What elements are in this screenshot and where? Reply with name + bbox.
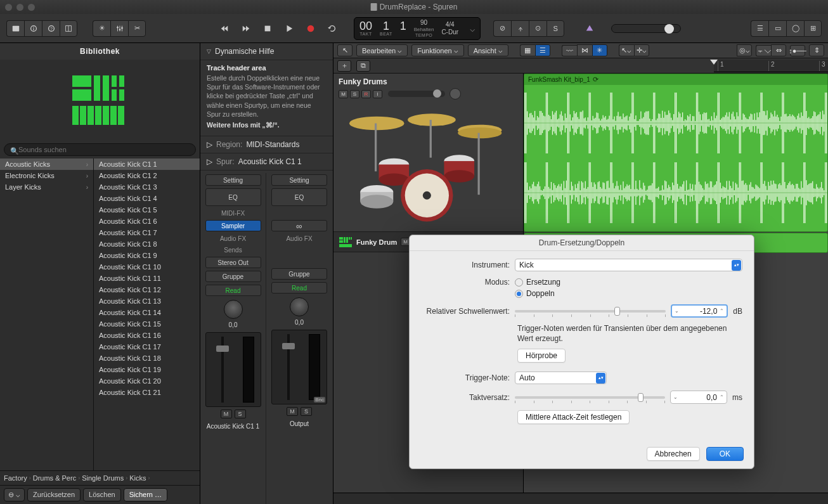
flex-button[interactable]: ⋈ <box>577 44 592 56</box>
cycle-button[interactable] <box>323 20 341 37</box>
browser-button[interactable]: ⊞ <box>804 20 822 37</box>
library-item[interactable]: Acoustic Kick C1 8 <box>94 238 200 250</box>
close-window-button[interactable] <box>5 4 12 11</box>
library-item[interactable]: Acoustic Kick C1 13 <box>94 295 200 307</box>
library-item[interactable]: Acoustic Kick C1 2 <box>94 170 200 181</box>
stop-button[interactable] <box>259 20 276 37</box>
notes-button[interactable]: ▭ <box>768 20 786 37</box>
library-toggle-button[interactable] <box>6 20 24 37</box>
lcd-key[interactable]: C-Dur <box>441 29 458 36</box>
stereo-link-slot[interactable] <box>271 220 327 231</box>
zoom-bar[interactable] <box>333 493 828 504</box>
record-button[interactable] <box>302 20 320 37</box>
library-item[interactable]: Acoustic Kick C1 6 <box>94 216 200 227</box>
automation-mode[interactable]: Read <box>205 285 261 296</box>
fader[interactable]: Bnc <box>271 330 327 404</box>
minimize-window-button[interactable] <box>16 4 23 11</box>
region-disclosure[interactable]: ▷Region:MIDI-Standards <box>200 136 333 153</box>
output-slot[interactable]: Stereo Out <box>205 257 261 268</box>
library-item[interactable]: Acoustic Kick C1 15 <box>94 318 200 330</box>
lcd-display[interactable]: 00Takt 1Beat 1 90BehaltenTempo 4/4C-Dur … <box>354 17 481 40</box>
audio-region-1[interactable]: FunkSmash Kit_bip_1⟳ <box>524 74 828 232</box>
lcd-tempo[interactable]: 90 <box>420 19 427 26</box>
library-reset-button[interactable]: Zurücksetzen <box>27 488 81 501</box>
solo-button[interactable]: S <box>301 407 312 416</box>
eq-slot[interactable]: EQ <box>271 188 327 206</box>
lcd-beat[interactable]: 1 <box>383 20 389 32</box>
drag-mode[interactable]: ⫟⌵ <box>756 45 771 56</box>
mode-double-radio[interactable]: Doppeln <box>515 289 560 298</box>
play-button[interactable] <box>280 20 298 37</box>
track-name[interactable]: Funky Drums <box>339 77 518 86</box>
rewind-button[interactable] <box>216 20 233 37</box>
zoom-window-button[interactable] <box>28 4 35 11</box>
dynamic-help-header[interactable]: ▽Dynamische Hilfe <box>207 47 327 56</box>
input-monitor-button[interactable]: I <box>373 90 382 98</box>
forward-button[interactable] <box>237 20 255 37</box>
library-search-input[interactable] <box>4 143 196 156</box>
master-volume-slider[interactable] <box>611 24 681 33</box>
library-item[interactable]: Acoustic Kick C1 10 <box>94 261 200 273</box>
track-volume-slider[interactable] <box>388 91 445 97</box>
add-track-button[interactable]: ＋ <box>337 60 351 72</box>
library-category-list[interactable]: Acoustic Kicks›Electronic Kicks›Layer Ki… <box>0 158 94 470</box>
timeline-ruler[interactable]: 123456 <box>714 60 828 72</box>
breadcrumb-item[interactable]: Single Drums <box>82 474 124 482</box>
library-item[interactable]: Acoustic Kick C1 4 <box>94 193 200 204</box>
ok-button[interactable]: OK <box>706 447 744 461</box>
cancel-button[interactable]: Abbrechen <box>647 447 700 461</box>
lcd-division[interactable]: 1 <box>400 20 406 32</box>
fader[interactable] <box>205 332 261 407</box>
lcd-signature[interactable]: 4/4 <box>446 21 455 28</box>
library-item[interactable]: Acoustic Kick C1 1 <box>94 158 200 170</box>
display-mode-button[interactable]: ☀ <box>93 20 110 37</box>
master-fx-button[interactable] <box>581 20 598 37</box>
trigger-note-select[interactable]: Auto▴▾ <box>515 372 607 384</box>
library-settings-button[interactable]: ⊖ ⌵ <box>4 488 25 501</box>
replace-button[interactable]: ⊘ <box>493 20 511 37</box>
instrument-select[interactable]: Kick▴▾ <box>515 259 742 271</box>
track-disclosure[interactable]: ▷Spur:Acoustic Kick C1 1 <box>200 153 333 171</box>
list-view-button[interactable]: ☰ <box>535 44 550 56</box>
bounce-button[interactable]: Bnc <box>314 397 325 403</box>
offset-value-input[interactable]: ⌄0,0⌃ <box>670 391 727 404</box>
mute-button[interactable]: M <box>287 407 298 416</box>
pan-knob[interactable] <box>224 300 243 319</box>
vzoom-slider[interactable]: ↕●── <box>790 45 805 56</box>
solo-button[interactable]: S <box>547 20 564 37</box>
instrument-slot[interactable]: Sampler <box>205 220 261 231</box>
loops-button[interactable]: ◯ <box>786 20 804 37</box>
threshold-value-input[interactable]: ⌄-12,0⌃ <box>671 304 728 318</box>
eq-slot[interactable]: EQ <box>205 188 261 206</box>
breadcrumb-item[interactable]: Drums & Perc <box>33 474 76 482</box>
list-editors-button[interactable]: ☰ <box>751 20 768 37</box>
toolbar-toggle-button[interactable] <box>60 20 77 37</box>
automation-mode[interactable]: Read <box>271 282 327 294</box>
edit-menu[interactable]: Bearbeiten ⌵ <box>356 44 408 56</box>
view-menu[interactable]: Ansicht ⌵ <box>468 44 508 56</box>
library-category-item[interactable]: Layer Kicks› <box>0 181 93 193</box>
waveform-zoom[interactable]: ⇕ <box>809 44 824 56</box>
tuner-button[interactable] <box>511 20 529 37</box>
library-item[interactable]: Acoustic Kick C1 19 <box>94 364 200 375</box>
mode-replace-radio[interactable]: Ersetzung <box>515 278 560 287</box>
breadcrumb-item[interactable]: Kicks <box>129 474 146 482</box>
library-breadcrumbs[interactable]: Factory›Drums & Perc›Single Drums›Kicks› <box>0 470 200 485</box>
grid-view-button[interactable]: ▦ <box>520 44 535 56</box>
pan-knob[interactable] <box>290 297 309 316</box>
library-category-item[interactable]: Acoustic Kicks› <box>0 158 93 170</box>
alt-tool[interactable]: ✛⌵ <box>634 44 649 56</box>
preview-button[interactable]: Hörprobe <box>517 349 566 363</box>
library-item[interactable]: Acoustic Kick C1 17 <box>94 341 200 352</box>
duplicate-track-button[interactable]: ⧉ <box>356 60 370 72</box>
library-item[interactable]: Acoustic Kick C1 21 <box>94 387 200 398</box>
record-enable-button[interactable]: R <box>361 90 371 98</box>
help-toggle-button[interactable]: ? <box>42 20 60 37</box>
library-item[interactable]: Acoustic Kick C1 16 <box>94 330 200 341</box>
lcd-bars[interactable]: 00 <box>359 20 372 32</box>
setting-slot[interactable]: Setting <box>271 174 327 186</box>
countin-button[interactable]: ⊙ <box>529 20 547 37</box>
catch-button[interactable]: ✳ <box>592 44 607 56</box>
pointer-tool[interactable]: ↖⌵ <box>619 44 634 56</box>
inspector-toggle-button[interactable] <box>24 20 42 37</box>
